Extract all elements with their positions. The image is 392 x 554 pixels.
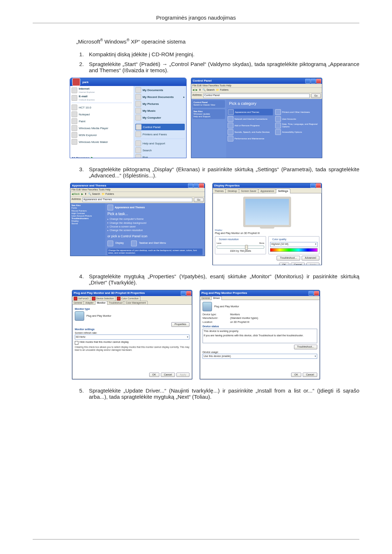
tab-geforce[interactable]: GeForce3 <box>72 296 90 301</box>
task-screensaver[interactable]: Choose a screen saver <box>107 225 203 228</box>
ok-button[interactable]: OK <box>291 373 301 377</box>
back-icon[interactable]: ◀ <box>192 89 194 91</box>
start-item-recent[interactable]: My Recent Documents▸ <box>135 94 185 100</box>
start-item-my-documents[interactable]: My Documents <box>135 87 185 93</box>
device-usage-select[interactable]: Use this device (enable) <box>203 354 317 359</box>
start-item-hct[interactable]: HCT 10.0 <box>72 104 132 110</box>
link-ts-sound[interactable]: Sound <box>72 222 78 225</box>
cat-appearance-themes[interactable]: Appearance and Themes <box>228 109 273 115</box>
close-icon[interactable] <box>314 291 319 296</box>
task-resolution[interactable]: Change the screen resolution <box>107 229 203 232</box>
switch-classic-link[interactable]: Switch to Classic View <box>193 104 215 106</box>
start-item-msn[interactable]: MSN Explorer <box>72 132 132 138</box>
forward-icon[interactable]: ▶ <box>196 89 197 91</box>
properties-button[interactable]: Properties <box>171 322 189 327</box>
link-mouse-pointers[interactable]: Mouse Pointers <box>72 210 87 212</box>
refresh-select[interactable]: 60 Hertz <box>75 335 189 340</box>
apply-button[interactable]: Apply <box>306 263 319 265</box>
link-fonts[interactable]: Fonts <box>72 207 77 209</box>
tab-appearance[interactable]: Appearance <box>258 189 276 193</box>
folders-icon[interactable]: 📁 Folders <box>102 193 114 196</box>
minimize-icon[interactable] <box>305 79 310 83</box>
tab-themes[interactable]: Themes <box>212 189 226 193</box>
minimize-icon[interactable] <box>188 183 193 188</box>
cancel-button[interactable]: Cancel <box>291 263 305 265</box>
maximize-icon[interactable] <box>193 183 199 188</box>
menubar[interactable]: File Edit View Favorites Tools Help <box>70 188 205 192</box>
task-change-theme[interactable]: Change the computer's theme <box>107 218 203 221</box>
toolbar[interactable]: ◀ ▶ ⬆ 🔍 Search 📁 Folders <box>191 88 322 93</box>
start-item-my-computer[interactable]: My Computer <box>135 115 185 120</box>
start-item-help[interactable]: Help and Support <box>135 140 185 146</box>
help-icon[interactable] <box>181 291 186 296</box>
tab-monitor[interactable]: Monitor <box>95 301 107 305</box>
address-field[interactable]: Control Panel <box>203 94 310 98</box>
tab-device-selection[interactable]: Device Selection <box>90 296 115 301</box>
folders-icon[interactable]: 📁 Folders <box>216 89 228 91</box>
search-icon[interactable]: 🔍 Search <box>203 89 215 91</box>
start-item-printers[interactable]: Printers and Faxes <box>135 131 185 137</box>
link-user-picture[interactable]: User Account Picture <box>72 215 92 217</box>
tab-settings[interactable]: Settings <box>276 189 290 193</box>
tab-screensaver[interactable]: Screen Saver <box>239 189 258 193</box>
tab-driver[interactable]: Driver <box>211 296 222 300</box>
start-item-internet[interactable]: InternetInternet Explorer <box>72 87 132 94</box>
link-help-support[interactable]: Help and Support <box>193 115 211 118</box>
close-icon[interactable] <box>316 183 321 188</box>
back-icon[interactable]: ◀ Back <box>72 193 80 196</box>
help-icon[interactable] <box>310 183 315 188</box>
cat-network[interactable]: Network and Internet Connections <box>228 116 273 122</box>
start-item-search[interactable]: Search <box>135 147 185 153</box>
menubar[interactable]: File Edit View Favorites Tools Help <box>191 84 322 88</box>
start-item-notepad[interactable]: Notepad <box>72 111 132 117</box>
link-high-contrast[interactable]: High Contrast <box>72 212 85 214</box>
troubleshoot-button[interactable]: Troubleshoot... <box>294 345 317 349</box>
start-item-wmm[interactable]: Windows Movie Maker <box>72 139 132 145</box>
search-icon[interactable]: 🔍 Search <box>88 193 100 196</box>
cat-accessibility[interactable]: Accessibility Options <box>275 129 320 135</box>
troubleshoot-button[interactable]: Troubleshoot... <box>277 256 300 260</box>
resolution-slider[interactable] <box>217 246 264 249</box>
toolbar[interactable]: ◀ Back ▶ ⬆ 🔍 Search 📁 Folders <box>70 192 205 197</box>
go-button[interactable]: Go <box>311 94 321 98</box>
cat-region[interactable]: Date, Time, Language, and Regional Optio… <box>275 123 320 128</box>
up-icon[interactable]: ⬆ <box>85 193 87 196</box>
maximize-icon[interactable] <box>311 79 316 83</box>
advanced-button[interactable]: Advanced <box>302 256 319 260</box>
forward-icon[interactable]: ▶ <box>81 193 83 196</box>
start-item-paint[interactable]: Paint <box>72 118 132 124</box>
close-icon[interactable] <box>186 291 191 296</box>
address-field[interactable]: Appearance and Themes <box>82 198 192 202</box>
task-change-bg[interactable]: Change the desktop background <box>107 222 203 225</box>
cat-performance[interactable]: Performance and Maintenance <box>228 136 273 141</box>
cat-printers[interactable]: Printers and Other Hardware <box>275 109 320 115</box>
icon-display[interactable]: Display <box>107 241 124 246</box>
ok-button[interactable]: OK <box>279 263 289 265</box>
tab-color-correction[interactable]: Color Correction <box>115 296 140 301</box>
cat-users[interactable]: User Accounts <box>275 116 320 122</box>
start-item-my-pictures[interactable]: My Pictures <box>135 101 185 107</box>
start-item-run[interactable]: Run... <box>135 154 185 158</box>
help-icon[interactable] <box>309 291 314 296</box>
cancel-button[interactable]: Cancel <box>303 373 317 377</box>
color-quality-select[interactable]: Highest (32 bit) <box>270 242 318 247</box>
close-icon[interactable] <box>316 79 321 83</box>
go-button[interactable]: Go <box>194 198 204 202</box>
tab-desktop[interactable]: Desktop <box>225 189 239 193</box>
hide-modes-checkbox[interactable]: Hide modes that this monitor cannot disp… <box>75 341 189 345</box>
start-item-control-panel[interactable]: Control Panel <box>135 124 185 130</box>
link-ts-display[interactable]: Display <box>72 220 79 222</box>
cat-sounds[interactable]: Sounds, Speech, and Audio Devices <box>228 129 273 135</box>
cat-add-remove[interactable]: Add or Remove Programs <box>228 123 273 128</box>
apply-button[interactable]: Apply <box>176 373 189 377</box>
close-icon[interactable] <box>199 183 204 188</box>
start-item-wmp[interactable]: Windows Media Player <box>72 125 132 131</box>
start-all-programs[interactable]: All Programs▶ <box>72 156 132 158</box>
link-windows-update[interactable]: Windows Update <box>193 113 210 115</box>
up-icon[interactable]: ⬆ <box>199 89 201 91</box>
start-item-email[interactable]: E-mailOutlook Express <box>72 95 132 101</box>
icon-taskbar-start[interactable]: Taskbar and Start Menu <box>131 241 166 246</box>
cancel-button[interactable]: Cancel <box>161 373 175 377</box>
start-item-my-music[interactable]: My Music <box>135 108 185 114</box>
ok-button[interactable]: OK <box>149 373 159 377</box>
